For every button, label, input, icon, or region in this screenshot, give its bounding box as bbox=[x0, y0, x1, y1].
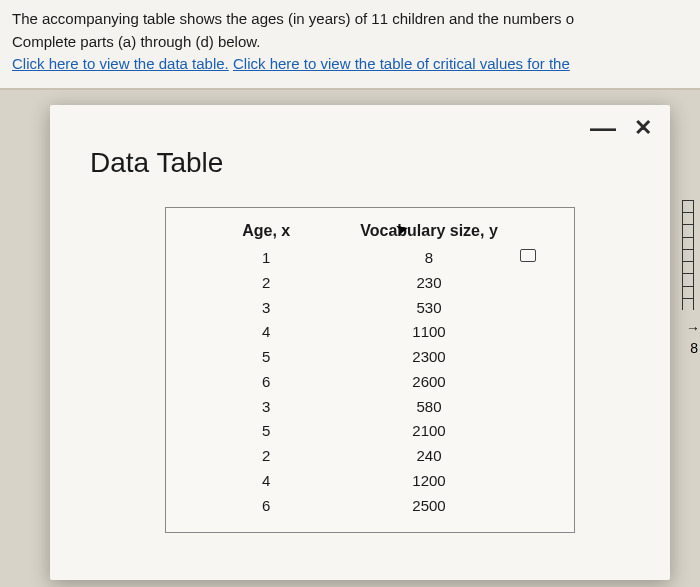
problem-statement: The accompanying table shows the ages (i… bbox=[0, 0, 700, 90]
ruler-edge bbox=[682, 200, 700, 400]
table-row: 1100 bbox=[412, 320, 445, 345]
table-row: 580 bbox=[416, 395, 441, 420]
modal-controls: — ✕ bbox=[590, 115, 652, 141]
table-row: 5 bbox=[262, 345, 270, 370]
header-vocab: Vocabulary size, y bbox=[360, 222, 498, 240]
table-row: 2300 bbox=[412, 345, 445, 370]
view-data-table-link[interactable]: Click here to view the data table. bbox=[12, 55, 229, 72]
col-age: Age, x 1 2 3 4 5 6 3 5 2 4 6 bbox=[242, 222, 290, 518]
data-table-modal: — ✕ ➤ Data Table Age, x 1 2 3 4 5 6 3 5 … bbox=[50, 105, 670, 580]
table-row: 240 bbox=[416, 444, 441, 469]
problem-line-1: The accompanying table shows the ages (i… bbox=[12, 8, 688, 31]
table-row: 8 bbox=[425, 246, 433, 271]
modal-title: Data Table bbox=[50, 105, 670, 179]
col-vocab: Vocabulary size, y 8 230 530 1100 2300 2… bbox=[360, 222, 498, 518]
edge-label-8: 8 bbox=[690, 340, 698, 356]
data-table-box: Age, x 1 2 3 4 5 6 3 5 2 4 6 Vocabulary … bbox=[165, 207, 575, 533]
data-table: Age, x 1 2 3 4 5 6 3 5 2 4 6 Vocabulary … bbox=[166, 222, 574, 518]
table-row: 2 bbox=[262, 271, 270, 296]
table-row: 2600 bbox=[412, 370, 445, 395]
table-row: 6 bbox=[262, 494, 270, 519]
view-critical-values-link[interactable]: Click here to view the table of critical… bbox=[233, 55, 570, 72]
copy-icon[interactable] bbox=[520, 249, 536, 262]
problem-line-2: Complete parts (a) through (d) below. bbox=[12, 31, 688, 54]
table-row: 230 bbox=[416, 271, 441, 296]
header-age: Age, x bbox=[242, 222, 290, 240]
table-row: 5 bbox=[262, 419, 270, 444]
table-row: 530 bbox=[416, 296, 441, 321]
minimize-icon[interactable]: — bbox=[590, 115, 616, 141]
table-row: 4 bbox=[262, 320, 270, 345]
table-row: 6 bbox=[262, 370, 270, 395]
table-row: 3 bbox=[262, 395, 270, 420]
close-icon[interactable]: ✕ bbox=[634, 117, 652, 139]
table-row: 1 bbox=[262, 246, 270, 271]
table-row: 2100 bbox=[412, 419, 445, 444]
table-row: 3 bbox=[262, 296, 270, 321]
table-row: 4 bbox=[262, 469, 270, 494]
table-row: 2 bbox=[262, 444, 270, 469]
arrow-right-icon: → bbox=[686, 320, 700, 336]
table-row: 1200 bbox=[412, 469, 445, 494]
table-row: 2500 bbox=[412, 494, 445, 519]
problem-links: Click here to view the data table. Click… bbox=[12, 53, 688, 76]
